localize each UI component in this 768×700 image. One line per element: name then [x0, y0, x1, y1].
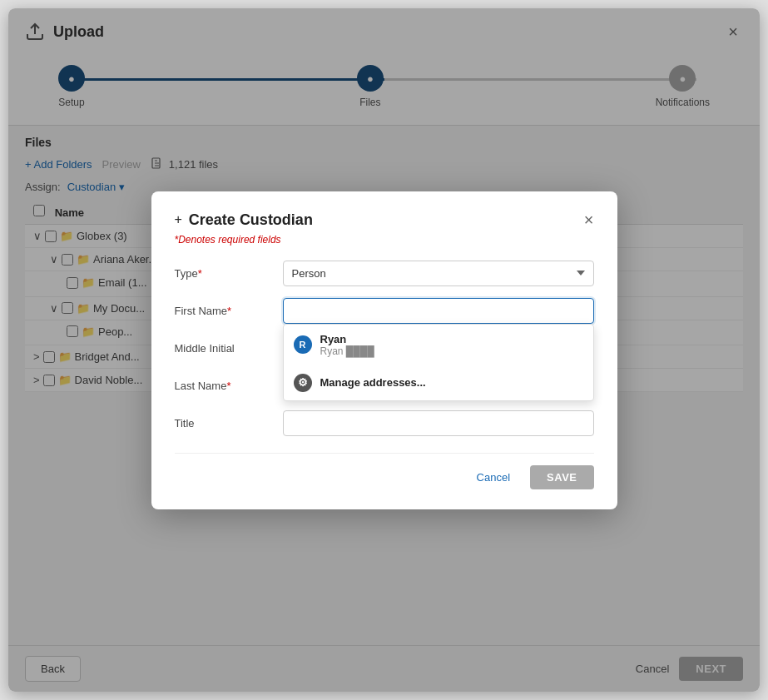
autocomplete-item-ryan[interactable]: R Ryan Ryan ████ [284, 325, 593, 365]
dialog-title: + Create Custodian [175, 211, 313, 229]
plus-icon: + [175, 212, 182, 227]
manage-item-text: Manage addresses... [320, 376, 426, 389]
dialog-cancel-button[interactable]: Cancel [467, 465, 520, 489]
dialog-close-button[interactable]: × [584, 211, 594, 228]
first-name-label: First Name* [175, 305, 283, 317]
ryan-name: Ryan [320, 333, 374, 345]
dialog-header: + Create Custodian × [175, 211, 594, 229]
title-label: Title [175, 417, 283, 429]
ryan-avatar-icon: R [294, 335, 312, 354]
dialog-save-button[interactable]: SAVE [530, 465, 593, 489]
dialog-title-text: Create Custodian [189, 211, 313, 229]
form-row-first-name: First Name* R Ryan Ryan ████ ⚙ [175, 298, 594, 324]
form-row-title: Title [175, 410, 594, 436]
dialog-footer: Cancel SAVE [175, 453, 594, 489]
upload-window: Upload × ● Setup ● Files ● Notifications [8, 8, 760, 692]
type-select[interactable]: Person Organization [283, 261, 594, 286]
autocomplete-item-manage[interactable]: ⚙ Manage addresses... [284, 365, 593, 400]
ryan-item-text: Ryan Ryan ████ [320, 333, 374, 357]
modal-overlay: + Create Custodian × *Denotes required f… [8, 8, 760, 692]
middle-initial-label: Middle Initial [175, 342, 283, 355]
first-name-input[interactable] [283, 298, 594, 324]
form-row-type: Type* Person Organization [175, 261, 594, 286]
autocomplete-dropdown: R Ryan Ryan ████ ⚙ Manage addresses... [283, 324, 594, 401]
create-custodian-dialog: + Create Custodian × *Denotes required f… [151, 191, 617, 509]
ryan-sub: Ryan ████ [320, 345, 374, 357]
required-note-text: Denotes required fields [178, 234, 280, 246]
last-name-label: Last Name* [175, 380, 283, 392]
type-label: Type* [175, 267, 283, 280]
manage-name: Manage addresses... [320, 376, 426, 389]
manage-icon: ⚙ [294, 374, 312, 392]
title-input[interactable] [283, 410, 594, 436]
required-note: *Denotes required fields [175, 234, 594, 246]
